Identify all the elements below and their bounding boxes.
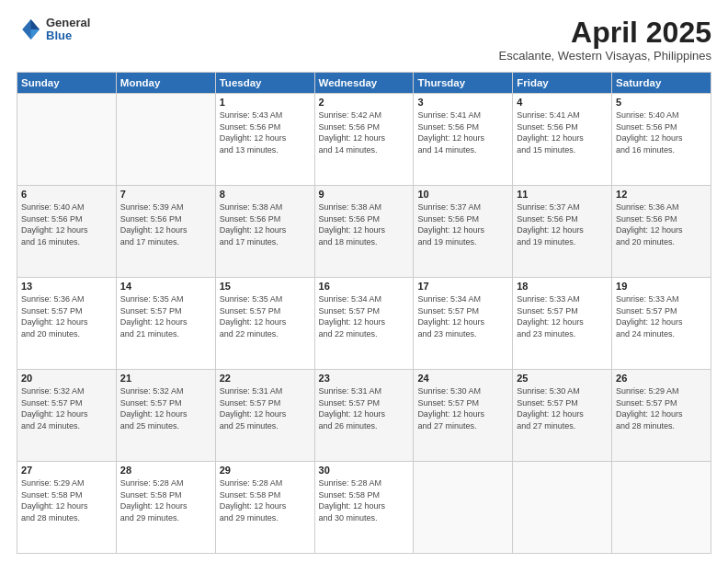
calendar-day-cell: 12Sunrise: 5:36 AM Sunset: 5:56 PM Dayli… xyxy=(612,186,711,278)
calendar-day-header: Monday xyxy=(116,73,215,94)
day-number: 9 xyxy=(319,189,410,200)
day-info: Sunrise: 5:29 AM Sunset: 5:58 PM Dayligh… xyxy=(21,477,112,523)
day-number: 26 xyxy=(616,373,707,384)
day-number: 2 xyxy=(319,97,410,108)
calendar-day-cell: 9Sunrise: 5:38 AM Sunset: 5:56 PM Daylig… xyxy=(314,186,414,278)
day-info: Sunrise: 5:30 AM Sunset: 5:57 PM Dayligh… xyxy=(517,385,608,431)
day-number: 7 xyxy=(120,189,211,200)
day-info: Sunrise: 5:39 AM Sunset: 5:56 PM Dayligh… xyxy=(120,201,211,247)
calendar-week-row: 1Sunrise: 5:43 AM Sunset: 5:56 PM Daylig… xyxy=(17,94,711,186)
day-number: 14 xyxy=(120,281,211,292)
day-info: Sunrise: 5:31 AM Sunset: 5:57 PM Dayligh… xyxy=(319,385,410,431)
calendar-day-cell: 29Sunrise: 5:28 AM Sunset: 5:58 PM Dayli… xyxy=(215,462,314,554)
calendar-day-cell: 10Sunrise: 5:37 AM Sunset: 5:56 PM Dayli… xyxy=(414,186,513,278)
day-number: 11 xyxy=(517,189,608,200)
day-number: 28 xyxy=(120,465,211,476)
logo: General Blue xyxy=(17,17,90,43)
day-info: Sunrise: 5:43 AM Sunset: 5:56 PM Dayligh… xyxy=(220,109,311,155)
title-block: April 2025 Escalante, Western Visayas, P… xyxy=(499,17,711,63)
day-number: 27 xyxy=(21,465,112,476)
day-number: 5 xyxy=(616,97,707,108)
calendar-day-header: Saturday xyxy=(612,73,711,94)
calendar-week-row: 13Sunrise: 5:36 AM Sunset: 5:57 PM Dayli… xyxy=(17,278,711,370)
day-number: 17 xyxy=(417,281,508,292)
day-number: 22 xyxy=(220,373,311,384)
day-number: 3 xyxy=(417,97,508,108)
calendar-day-cell: 13Sunrise: 5:36 AM Sunset: 5:57 PM Dayli… xyxy=(17,278,117,370)
day-number: 16 xyxy=(319,281,410,292)
calendar-day-header: Friday xyxy=(513,73,612,94)
day-number: 30 xyxy=(319,465,410,476)
header: General Blue April 2025 Escalante, Weste… xyxy=(17,17,711,63)
calendar-day-cell: 14Sunrise: 5:35 AM Sunset: 5:57 PM Dayli… xyxy=(116,278,215,370)
day-number: 6 xyxy=(21,189,112,200)
day-info: Sunrise: 5:40 AM Sunset: 5:56 PM Dayligh… xyxy=(616,109,707,155)
calendar-day-cell: 19Sunrise: 5:33 AM Sunset: 5:57 PM Dayli… xyxy=(612,278,711,370)
calendar-day-cell xyxy=(414,462,513,554)
day-info: Sunrise: 5:29 AM Sunset: 5:57 PM Dayligh… xyxy=(616,385,707,431)
calendar-day-cell: 5Sunrise: 5:40 AM Sunset: 5:56 PM Daylig… xyxy=(612,94,711,186)
day-info: Sunrise: 5:32 AM Sunset: 5:57 PM Dayligh… xyxy=(21,385,112,431)
logo-text: General Blue xyxy=(46,17,90,43)
calendar-day-cell: 27Sunrise: 5:29 AM Sunset: 5:58 PM Dayli… xyxy=(17,462,117,554)
day-number: 4 xyxy=(517,97,608,108)
calendar-day-header: Sunday xyxy=(17,73,117,94)
day-number: 23 xyxy=(319,373,410,384)
calendar-table: SundayMondayTuesdayWednesdayThursdayFrid… xyxy=(17,72,711,554)
day-info: Sunrise: 5:38 AM Sunset: 5:56 PM Dayligh… xyxy=(319,201,410,247)
calendar-day-cell: 23Sunrise: 5:31 AM Sunset: 5:57 PM Dayli… xyxy=(314,370,414,462)
location: Escalante, Western Visayas, Philippines xyxy=(499,49,711,63)
logo-blue-text: Blue xyxy=(46,29,90,42)
calendar-day-cell: 20Sunrise: 5:32 AM Sunset: 5:57 PM Dayli… xyxy=(17,370,117,462)
calendar-week-row: 6Sunrise: 5:40 AM Sunset: 5:56 PM Daylig… xyxy=(17,186,711,278)
day-number: 20 xyxy=(21,373,112,384)
calendar-header-row: SundayMondayTuesdayWednesdayThursdayFrid… xyxy=(17,73,711,94)
calendar-day-cell: 8Sunrise: 5:38 AM Sunset: 5:56 PM Daylig… xyxy=(215,186,314,278)
day-number: 8 xyxy=(220,189,311,200)
calendar-day-cell: 26Sunrise: 5:29 AM Sunset: 5:57 PM Dayli… xyxy=(612,370,711,462)
day-info: Sunrise: 5:35 AM Sunset: 5:57 PM Dayligh… xyxy=(220,293,311,339)
day-info: Sunrise: 5:30 AM Sunset: 5:57 PM Dayligh… xyxy=(417,385,508,431)
calendar-day-header: Wednesday xyxy=(314,73,414,94)
calendar-day-cell: 3Sunrise: 5:41 AM Sunset: 5:56 PM Daylig… xyxy=(414,94,513,186)
calendar-day-cell: 24Sunrise: 5:30 AM Sunset: 5:57 PM Dayli… xyxy=(414,370,513,462)
calendar-day-header: Tuesday xyxy=(215,73,314,94)
day-info: Sunrise: 5:41 AM Sunset: 5:56 PM Dayligh… xyxy=(517,109,608,155)
calendar-day-cell: 16Sunrise: 5:34 AM Sunset: 5:57 PM Dayli… xyxy=(314,278,414,370)
calendar-day-cell: 2Sunrise: 5:42 AM Sunset: 5:56 PM Daylig… xyxy=(314,94,414,186)
day-info: Sunrise: 5:28 AM Sunset: 5:58 PM Dayligh… xyxy=(319,477,410,523)
calendar-day-cell: 18Sunrise: 5:33 AM Sunset: 5:57 PM Dayli… xyxy=(513,278,612,370)
day-info: Sunrise: 5:35 AM Sunset: 5:57 PM Dayligh… xyxy=(120,293,211,339)
calendar-day-cell: 7Sunrise: 5:39 AM Sunset: 5:56 PM Daylig… xyxy=(116,186,215,278)
day-info: Sunrise: 5:40 AM Sunset: 5:56 PM Dayligh… xyxy=(21,201,112,247)
day-info: Sunrise: 5:38 AM Sunset: 5:56 PM Dayligh… xyxy=(220,201,311,247)
day-number: 19 xyxy=(616,281,707,292)
day-info: Sunrise: 5:32 AM Sunset: 5:57 PM Dayligh… xyxy=(120,385,211,431)
calendar-day-cell xyxy=(116,94,215,186)
day-number: 15 xyxy=(220,281,311,292)
day-info: Sunrise: 5:34 AM Sunset: 5:57 PM Dayligh… xyxy=(417,293,508,339)
calendar-week-row: 20Sunrise: 5:32 AM Sunset: 5:57 PM Dayli… xyxy=(17,370,711,462)
day-info: Sunrise: 5:33 AM Sunset: 5:57 PM Dayligh… xyxy=(616,293,707,339)
day-number: 10 xyxy=(417,189,508,200)
calendar-day-cell: 28Sunrise: 5:28 AM Sunset: 5:58 PM Dayli… xyxy=(116,462,215,554)
day-number: 13 xyxy=(21,281,112,292)
day-number: 12 xyxy=(616,189,707,200)
day-number: 29 xyxy=(220,465,311,476)
day-info: Sunrise: 5:36 AM Sunset: 5:56 PM Dayligh… xyxy=(616,201,707,247)
calendar-day-cell: 6Sunrise: 5:40 AM Sunset: 5:56 PM Daylig… xyxy=(17,186,117,278)
day-number: 18 xyxy=(517,281,608,292)
logo-icon xyxy=(17,17,42,42)
day-info: Sunrise: 5:41 AM Sunset: 5:56 PM Dayligh… xyxy=(417,109,508,155)
calendar-day-cell xyxy=(612,462,711,554)
svg-marker-1 xyxy=(31,19,40,29)
logo-general-text: General xyxy=(46,17,90,29)
calendar-day-cell: 25Sunrise: 5:30 AM Sunset: 5:57 PM Dayli… xyxy=(513,370,612,462)
day-info: Sunrise: 5:37 AM Sunset: 5:56 PM Dayligh… xyxy=(417,201,508,247)
calendar-day-cell: 11Sunrise: 5:37 AM Sunset: 5:56 PM Dayli… xyxy=(513,186,612,278)
day-number: 21 xyxy=(120,373,211,384)
day-info: Sunrise: 5:36 AM Sunset: 5:57 PM Dayligh… xyxy=(21,293,112,339)
day-info: Sunrise: 5:28 AM Sunset: 5:58 PM Dayligh… xyxy=(220,477,311,523)
day-info: Sunrise: 5:37 AM Sunset: 5:56 PM Dayligh… xyxy=(517,201,608,247)
calendar-day-header: Thursday xyxy=(414,73,513,94)
